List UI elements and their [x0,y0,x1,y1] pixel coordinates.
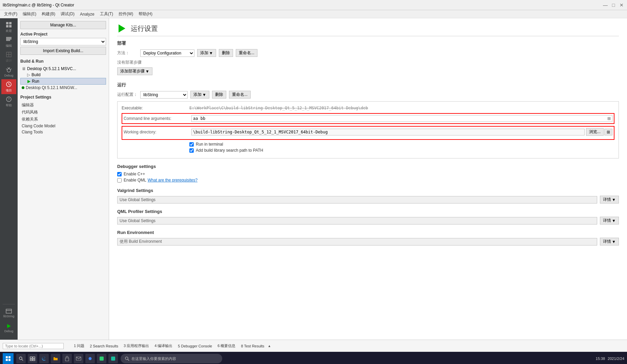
run-in-terminal-checkbox[interactable] [189,142,194,147]
bottom-test-results[interactable]: 8 Test Results [239,343,266,349]
kit-item[interactable]: 🖥 Desktop Qt 5.12.1 MSVC... [20,66,106,72]
qml-section: QML Profiler Settings 详情 ▼ [117,209,619,224]
deploy-add-button[interactable]: 添加 ▼ [197,49,216,57]
sidebar-top-icons: 欢迎 编辑 设计 Debug 项目 ? 帮助 [1,20,16,109]
menu-file[interactable]: 文件(F) [1,10,20,18]
svg-line-11 [6,69,7,69]
win-chrome-icon[interactable] [85,354,95,363]
menu-build[interactable]: 构建(B) [39,10,58,18]
deploy-config-dropdown[interactable]: Deploy Configuration [140,49,194,57]
win-taskview-icon[interactable] [28,354,37,363]
menu-debug[interactable]: 调试(D) [58,10,77,18]
win-app1-icon[interactable] [97,354,106,363]
bottom-arrow-icon[interactable]: ▲ [268,344,271,348]
win-mail-icon[interactable] [74,354,83,363]
bottom-search-results[interactable]: 2 Search Results [88,343,120,349]
svg-line-27 [22,359,23,361]
qml-details-button[interactable]: 详情 ▼ [600,217,619,224]
titlebar-controls: — □ ✕ [603,2,624,8]
win-search-icon[interactable] [16,354,26,363]
browse-args-icon[interactable]: ⊞ [607,116,611,121]
workdir-input[interactable] [191,129,585,135]
run-env-details-button[interactable]: 详情 ▼ [600,238,619,245]
settings-dependencies[interactable]: 依赖关系 [20,116,106,123]
sidebar-item-edit-label: 编辑 [6,44,12,48]
enable-cpp-checkbox[interactable] [117,172,122,176]
deploy-delete-button[interactable]: 删除 [219,49,233,57]
kit-item2[interactable]: Desktop Qt 5.12.1 MINGW... [20,85,106,91]
sidebar-item-welcome[interactable]: 欢迎 [1,20,16,35]
valgrind-details-button[interactable]: 详情 ▼ [600,196,619,204]
run-add-button[interactable]: 添加 ▼ [190,91,209,99]
add-build-lib-checkbox[interactable] [189,148,194,153]
menu-help[interactable]: 帮助(H) [136,10,155,18]
debugger-section: Debugger settings Enable C++ Enable QML … [117,164,619,183]
import-existing-build-button[interactable]: Import Existing Build... [20,47,106,55]
run-env-input [117,238,597,245]
search-box[interactable] [3,343,70,349]
settings-clang-tools[interactable]: Clang Tools [20,129,106,135]
content-area: 运行设置 部署 方法： Deploy Configuration 添加 ▼ 删除… [109,18,627,340]
menu-edit[interactable]: 编辑(E) [20,10,39,18]
menubar: 文件(F) 编辑(E) 构建(B) 调试(D) Analyze 工具(T) 控件… [0,10,627,18]
run-rename-button[interactable]: 重命名... [229,91,251,99]
menu-tools[interactable]: 工具(T) [97,10,116,18]
sidebar-item-debug[interactable]: Debug [1,64,16,79]
deploy-rename-button[interactable]: 重命名... [236,49,257,57]
sidebar-item-edit[interactable]: 编辑 [1,35,16,49]
project-dropdown[interactable]: libString [20,38,106,45]
run-env-section: Run Environment 详情 ▼ [117,230,619,245]
add-build-lib-row: Add build library search path to PATH [122,148,614,153]
run-config-dropdown[interactable]: libString [140,91,188,99]
run-item[interactable]: ▶ Run [20,78,106,85]
svg-text:?: ? [8,98,10,101]
bottom-general-info[interactable]: 6 概要信息 [215,343,237,349]
qml-global-input [117,217,597,224]
manage-kits-button[interactable]: Manage Kits... [20,21,106,29]
sidebar-item-project[interactable]: 项目 [1,79,16,94]
bottom-compile-output[interactable]: 4 编译输出 [152,343,174,349]
bottom-app-output[interactable]: 3 应用程序输出 [122,343,151,349]
settings-editor[interactable]: 编辑器 [20,102,106,109]
enable-qml-label: Enable QML [124,178,146,183]
sidebar-item-help[interactable]: ? 帮助 [1,94,16,109]
bottom-issues[interactable]: 1 问题 [72,343,86,349]
enable-qml-checkbox[interactable] [117,178,122,183]
add-deploy-step-button[interactable]: 添加部署步骤 ▼ [117,67,152,75]
build-item[interactable]: ▷ Build [20,72,106,78]
maximize-button[interactable]: □ [611,2,616,8]
browse-button[interactable]: 浏览... [586,128,604,136]
win-security-icon[interactable] [62,354,72,363]
sidebar-bottom-project-label: libString [3,315,15,318]
valgrind-section: Valgrind Settings 详情 ▼ [117,188,619,204]
win-start-button[interactable] [3,353,14,364]
menu-analyze[interactable]: Analyze [77,11,97,17]
win-edge-icon[interactable] [39,354,49,363]
win-explorer-icon[interactable] [51,354,60,363]
search-input[interactable] [3,343,64,349]
svg-rect-22 [6,356,8,358]
deploy-method-label: 方法： [117,50,138,56]
run-config-label: 运行配置： [117,92,138,98]
win-app2-icon[interactable] [108,354,118,363]
win-taskbar-search[interactable]: 在这里输入你要搜索的内容 [121,354,222,363]
run-delete-button[interactable]: 删除 [212,91,226,99]
workdir-action-button[interactable]: ⊞ [604,129,612,135]
sidebar-item-design[interactable]: 设计 [1,49,16,64]
settings-clang-model[interactable]: Clang Code Model [20,123,106,129]
svg-line-12 [11,69,12,69]
svg-line-39 [128,359,129,361]
run-config-box: Executable: E:\WorkPlace\C\build-libStri… [117,101,619,158]
sidebar-bottom-debug[interactable]: Debug [1,321,16,336]
sidebar-item-debug-label: Debug [4,74,14,77]
minimize-button[interactable]: — [603,2,608,8]
run-env-row: 详情 ▼ [117,238,619,245]
settings-code-style[interactable]: 代码风格 [20,109,106,116]
menu-controls[interactable]: 控件(W) [116,10,136,18]
svg-point-10 [7,69,11,72]
bottom-debugger-console[interactable]: 5 Debugger Console [176,343,214,349]
cmd-args-value[interactable]: aa bb [193,116,205,121]
sidebar-bottom-project[interactable]: libString [1,306,16,321]
prerequisites-link[interactable]: What are the prerequisites? [148,178,197,183]
close-button[interactable]: ✕ [619,2,624,8]
